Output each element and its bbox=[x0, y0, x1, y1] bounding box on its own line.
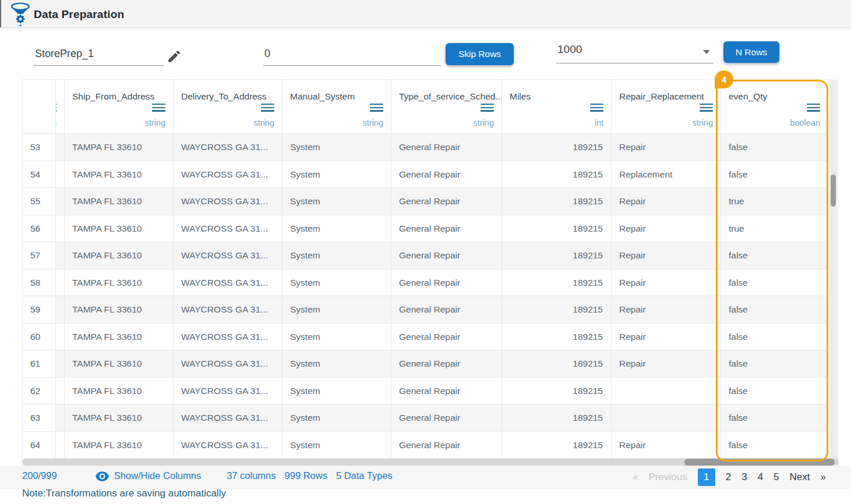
column-header-delivery-to-address[interactable]: Delivery_To_Addressstring bbox=[174, 80, 283, 134]
table-cell[interactable]: TAMPA FL 33610 bbox=[65, 242, 174, 269]
horizontal-scrollbar-thumb[interactable] bbox=[684, 459, 835, 466]
prep-name-input[interactable] bbox=[34, 45, 164, 66]
table-cell[interactable]: Replacement bbox=[612, 161, 721, 189]
column-menu-icon[interactable] bbox=[152, 104, 165, 113]
table-cell[interactable]: TAMPA FL 33610 bbox=[65, 161, 174, 189]
table-cell[interactable]: General Repair bbox=[391, 269, 502, 297]
column-header-type-of-service-sched[interactable]: Type_of_service_Sched...string bbox=[391, 80, 502, 134]
table-cell[interactable]: TAMPA FL 33610 bbox=[65, 432, 174, 459]
column-header-repair-replacement[interactable]: Repair_Replacementstring bbox=[612, 80, 721, 134]
table-cell[interactable]: 189215 bbox=[502, 161, 612, 189]
table-cell[interactable]: TAMPA FL 33610 bbox=[65, 134, 174, 161]
page-button-3[interactable]: 3 bbox=[741, 471, 747, 483]
column-menu-icon[interactable] bbox=[481, 104, 494, 113]
pencil-icon[interactable] bbox=[167, 49, 182, 64]
table-cell[interactable]: false bbox=[721, 296, 828, 324]
table-cell[interactable]: WAYCROSS GA 31... bbox=[174, 215, 283, 243]
table-cell[interactable]: false bbox=[721, 350, 828, 378]
table-cell[interactable]: Repair bbox=[612, 432, 721, 459]
table-cell[interactable]: WAYCROSS GA 31... bbox=[174, 296, 283, 324]
column-menu-icon[interactable] bbox=[56, 104, 57, 113]
table-cell[interactable]: System bbox=[283, 404, 391, 432]
table-cell[interactable]: 189215 bbox=[502, 296, 612, 324]
previous-button[interactable]: Previous bbox=[649, 471, 687, 483]
next-button[interactable]: Next bbox=[790, 471, 810, 483]
column-header-ship-from-address[interactable]: Ship_From_Addressstring bbox=[65, 80, 174, 134]
table-cell[interactable]: System bbox=[283, 188, 391, 215]
n-rows-button[interactable]: N Rows bbox=[723, 41, 779, 63]
table-cell[interactable] bbox=[612, 378, 721, 405]
table-cell[interactable]: TAMPA FL 33610 bbox=[65, 269, 174, 297]
table-cell[interactable]: WAYCROSS GA 31... bbox=[174, 324, 283, 351]
table-cell[interactable]: WAYCROSS GA 31... bbox=[174, 269, 283, 297]
column-menu-icon[interactable] bbox=[590, 104, 603, 113]
table-cell[interactable]: false bbox=[721, 161, 828, 189]
column-header-manual-system[interactable]: Manual_Systemstring bbox=[283, 80, 391, 134]
column-header-miles[interactable]: Milesint bbox=[502, 80, 612, 134]
table-cell[interactable]: 189215 bbox=[502, 432, 612, 459]
table-cell[interactable]: false bbox=[721, 242, 828, 269]
table-cell[interactable]: WAYCROSS GA 31... bbox=[174, 350, 283, 378]
table-cell[interactable]: true bbox=[721, 188, 828, 215]
table-cell[interactable]: General Repair bbox=[391, 350, 502, 378]
table-cell[interactable]: 189215 bbox=[502, 215, 612, 243]
table-cell[interactable]: System bbox=[283, 242, 391, 269]
table-cell[interactable]: TAMPA FL 33610 bbox=[65, 324, 174, 351]
table-cell[interactable]: General Repair bbox=[391, 242, 502, 269]
page-button-2[interactable]: 2 bbox=[726, 471, 731, 483]
column-menu-icon[interactable] bbox=[807, 104, 820, 113]
table-cell[interactable]: false bbox=[721, 324, 828, 351]
table-cell[interactable]: 189215 bbox=[502, 269, 612, 297]
page-button-1[interactable]: 1 bbox=[698, 468, 715, 486]
table-cell[interactable]: System bbox=[283, 269, 391, 297]
table-cell[interactable]: false bbox=[721, 269, 828, 297]
table-cell[interactable]: Repair bbox=[612, 269, 721, 297]
table-cell[interactable]: Repair bbox=[612, 296, 721, 324]
next-arrow-icon[interactable]: » bbox=[821, 471, 826, 483]
table-cell[interactable]: 189215 bbox=[502, 242, 612, 269]
column-menu-icon[interactable] bbox=[370, 104, 383, 113]
horizontal-scrollbar[interactable] bbox=[22, 459, 839, 466]
table-cell[interactable]: false bbox=[721, 404, 828, 432]
table-cell[interactable]: TAMPA FL 33610 bbox=[65, 350, 174, 378]
rows-count[interactable]: 999 Rows bbox=[285, 470, 327, 481]
table-cell[interactable]: Repair bbox=[612, 134, 721, 161]
table-cell[interactable]: Repair bbox=[612, 324, 721, 351]
table-cell[interactable]: WAYCROSS GA 31... bbox=[174, 161, 283, 189]
table-cell[interactable]: System bbox=[283, 378, 391, 405]
data-types-count[interactable]: 5 Data Types bbox=[336, 470, 393, 481]
column-menu-icon[interactable] bbox=[700, 104, 713, 113]
table-cell[interactable]: Repair bbox=[612, 350, 721, 378]
table-cell[interactable]: 189215 bbox=[502, 324, 612, 351]
table-cell[interactable]: System bbox=[283, 350, 391, 378]
table-cell[interactable]: false bbox=[721, 134, 828, 161]
table-cell[interactable]: WAYCROSS GA 31... bbox=[174, 378, 283, 405]
table-cell[interactable]: General Repair bbox=[391, 378, 502, 405]
table-cell[interactable]: 189215 bbox=[502, 134, 612, 161]
table-cell[interactable]: WAYCROSS GA 31... bbox=[174, 134, 283, 161]
column-menu-icon[interactable] bbox=[261, 104, 274, 113]
table-cell[interactable]: General Repair bbox=[391, 432, 502, 459]
column-header-clipped[interactable]: g bbox=[56, 80, 65, 134]
table-cell[interactable]: false bbox=[721, 378, 828, 405]
table-cell[interactable]: System bbox=[283, 161, 391, 189]
table-cell[interactable]: Repair bbox=[612, 242, 721, 269]
table-cell[interactable]: WAYCROSS GA 31... bbox=[174, 188, 283, 215]
previous-arrow-icon[interactable]: « bbox=[633, 471, 638, 483]
table-cell[interactable]: WAYCROSS GA 31... bbox=[174, 432, 283, 459]
vertical-scrollbar-thumb[interactable] bbox=[831, 175, 836, 207]
table-cell[interactable]: System bbox=[283, 296, 391, 324]
table-cell[interactable]: General Repair bbox=[391, 161, 502, 189]
columns-count[interactable]: 37 columns bbox=[227, 470, 276, 481]
table-cell[interactable]: General Repair bbox=[391, 404, 502, 432]
vertical-scrollbar[interactable] bbox=[829, 80, 838, 461]
n-rows-select[interactable]: 1000 bbox=[556, 42, 714, 63]
show-hide-columns-button[interactable]: Show/Hide Columns bbox=[96, 470, 201, 481]
table-cell[interactable]: 189215 bbox=[502, 378, 612, 405]
column-header-even-qty[interactable]: even_Qtyboolean bbox=[721, 80, 828, 134]
table-cell[interactable]: TAMPA FL 33610 bbox=[65, 215, 174, 243]
table-cell[interactable]: General Repair bbox=[391, 215, 502, 243]
table-cell[interactable]: General Repair bbox=[391, 134, 502, 161]
table-cell[interactable]: System bbox=[283, 432, 391, 459]
table-cell[interactable] bbox=[612, 404, 721, 432]
